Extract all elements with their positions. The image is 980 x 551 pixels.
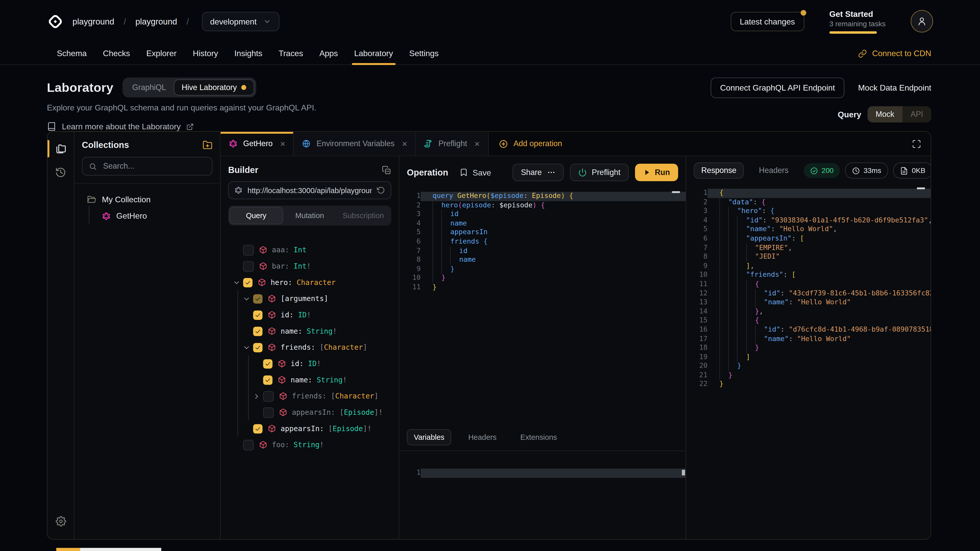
ui-toggle-graphiql[interactable]: GraphiQL: [124, 80, 173, 95]
field-checkbox[interactable]: [253, 343, 262, 352]
connect-to-cdn-link[interactable]: Connect to CDN: [858, 49, 931, 58]
tree-field-row[interactable]: name:String!: [221, 323, 399, 339]
tree-field-row[interactable]: friends:[Character]: [221, 339, 399, 356]
tree-field-row[interactable]: bar:Int!: [221, 258, 399, 274]
tree-field-row[interactable]: [arguments]: [221, 291, 399, 307]
nav-item-insights[interactable]: Insights: [226, 43, 270, 65]
chevron-down-icon[interactable]: [242, 295, 251, 303]
nav-item-traces[interactable]: Traces: [270, 43, 311, 65]
tab-subscription[interactable]: Subscription: [336, 207, 390, 224]
run-button[interactable]: Run: [635, 164, 678, 181]
nav-item-history[interactable]: History: [185, 43, 226, 65]
rail-history-button[interactable]: [48, 160, 74, 184]
tab-environment-variables[interactable]: Environment Variables×: [294, 132, 416, 156]
breadcrumb-project[interactable]: playground: [135, 17, 177, 26]
collections-search[interactable]: [82, 157, 213, 176]
field-checkbox[interactable]: [243, 278, 253, 287]
hive-logo-icon[interactable]: [47, 13, 64, 30]
refresh-icon[interactable]: [377, 186, 385, 194]
breadcrumb-org[interactable]: playground: [73, 17, 115, 26]
tree-field-row[interactable]: id:ID!: [221, 306, 399, 323]
tree-field-row[interactable]: friends:[Character]: [221, 388, 399, 404]
share-button[interactable]: Share: [513, 164, 563, 181]
tree-field-row[interactable]: id:ID!: [221, 355, 399, 372]
tree-field-row[interactable]: aaa:Int: [221, 242, 399, 258]
field-checkbox[interactable]: [253, 424, 262, 433]
tree-field-row[interactable]: name:String!: [221, 372, 399, 388]
endpoint-url-input[interactable]: http://localhost:3000/api/lab/playground: [228, 181, 391, 199]
tree-field-row[interactable]: appearsIn:[Episode]!: [221, 404, 399, 421]
add-operation-button[interactable]: Add operation: [488, 132, 572, 156]
ui-toggle-hive-label: Hive Laboratory: [182, 83, 237, 92]
collapse-panel-icon[interactable]: [382, 165, 391, 175]
nav-item-explorer[interactable]: Explorer: [138, 43, 185, 65]
search-input[interactable]: [102, 161, 206, 171]
play-icon: [643, 168, 650, 176]
field-label: [arguments]: [281, 294, 328, 303]
graphql-icon: [229, 139, 237, 148]
field-checkbox[interactable]: [243, 440, 254, 450]
response-editor[interactable]: 1{2"data": {3"hero": {4"id": "93038304-0…: [686, 185, 931, 539]
get-started-widget[interactable]: Get Started 3 remaining tasks: [829, 9, 886, 34]
field-checkbox[interactable]: [263, 391, 274, 402]
tab-op-headers[interactable]: Headers: [461, 429, 504, 445]
nav-item-apps[interactable]: Apps: [311, 43, 346, 65]
nav-item-settings[interactable]: Settings: [401, 43, 447, 65]
ui-toggle-hive-laboratory[interactable]: Hive Laboratory: [173, 79, 255, 96]
field-checkbox[interactable]: [253, 294, 262, 303]
tab-gethero[interactable]: GetHero×: [221, 132, 294, 156]
field-checkbox[interactable]: [253, 327, 262, 336]
tab-mutation[interactable]: Mutation: [283, 207, 337, 224]
tab-response[interactable]: Response: [694, 162, 744, 179]
chevron-down-icon: [263, 17, 271, 25]
rail-settings-button[interactable]: [48, 509, 74, 533]
tree-field-row[interactable]: appearsIn:[Episode]!: [221, 421, 399, 437]
field-checkbox[interactable]: [243, 245, 254, 256]
rail-collections-button[interactable]: [48, 137, 74, 160]
save-button[interactable]: Save: [460, 168, 491, 177]
tab-preflight[interactable]: Preflight×: [416, 132, 488, 156]
tree-field-row[interactable]: hero:Character: [221, 274, 399, 291]
field-checkbox[interactable]: [263, 359, 272, 368]
chevron-down-icon[interactable]: [242, 343, 251, 351]
line-number: 6: [686, 234, 708, 243]
query-editor[interactable]: 1query GetHero($episode: Episode) {2hero…: [399, 189, 686, 424]
tree-field-row[interactable]: foo:String!: [221, 437, 399, 453]
collection-folder-my-collection[interactable]: My Collection: [81, 192, 214, 207]
preflight-button[interactable]: Preflight: [570, 164, 628, 181]
mode-toggle-mock[interactable]: Mock: [867, 106, 902, 122]
page-subtitle: Explore your GraphQL schema and run quer…: [47, 103, 317, 113]
add-collection-button[interactable]: [202, 140, 212, 150]
chevron-right-icon[interactable]: [252, 392, 261, 400]
nav-item-laboratory[interactable]: Laboratory: [346, 43, 401, 65]
close-tab-icon[interactable]: ×: [280, 139, 285, 148]
learn-more-link[interactable]: Learn more about the Laboratory: [47, 122, 317, 131]
latest-changes-button[interactable]: Latest changes: [730, 11, 804, 31]
scrollbar-thumb[interactable]: [682, 470, 685, 475]
collection-operation-gethero[interactable]: GetHero: [94, 207, 214, 224]
field-checkbox[interactable]: [263, 407, 274, 418]
app-root: playground / playground / development La…: [0, 0, 980, 551]
nav-item-schema[interactable]: Schema: [49, 43, 95, 65]
builder-title: Builder: [228, 165, 258, 175]
tab-query[interactable]: Query: [229, 207, 283, 224]
tab-extensions[interactable]: Extensions: [514, 429, 564, 445]
tab-response-headers[interactable]: Headers: [751, 162, 796, 179]
chevron-down-icon[interactable]: [232, 278, 241, 286]
mode-toggle-api[interactable]: API: [902, 106, 931, 122]
field-checkbox[interactable]: [263, 375, 272, 385]
variables-editor[interactable]: 1: [399, 451, 686, 539]
field-checkbox[interactable]: [253, 310, 262, 320]
user-avatar[interactable]: [911, 10, 933, 32]
connect-endpoint-button[interactable]: Connect GraphQL API Endpoint: [711, 78, 845, 98]
fullscreen-button[interactable]: [902, 132, 931, 156]
code-line: 10"friends": [: [686, 271, 931, 280]
field-checkbox[interactable]: [243, 261, 254, 272]
close-tab-icon[interactable]: ×: [475, 139, 480, 148]
nav-item-checks[interactable]: Checks: [95, 43, 138, 65]
code-line: 1: [399, 468, 686, 478]
mock-endpoint-button[interactable]: Mock Data Endpoint: [858, 83, 931, 93]
close-tab-icon[interactable]: ×: [402, 139, 407, 148]
target-select[interactable]: development: [202, 11, 279, 31]
tab-variables[interactable]: Variables: [407, 429, 451, 445]
